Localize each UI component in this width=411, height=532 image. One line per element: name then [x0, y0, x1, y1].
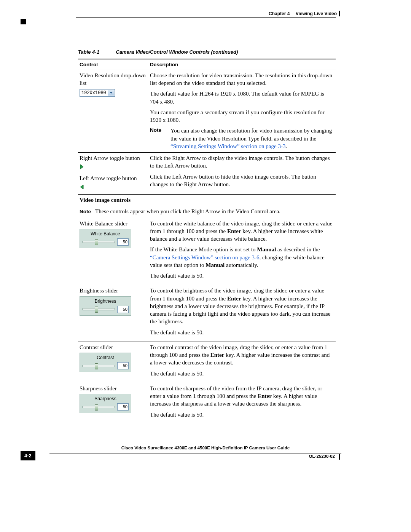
section-note-row: Note These controls appear when you clic… — [78, 206, 336, 218]
table-caption: Table 4-1 Camera Video/Control Window Co… — [78, 49, 336, 56]
row-sharpness: Sharpness slider Sharpness 50 To control… — [78, 383, 336, 424]
brightness-slider[interactable]: Brightness 50 — [80, 296, 131, 316]
desc-para: Choose the resolution for video transmis… — [150, 72, 333, 87]
desc-para: To control the sharpness of the video fr… — [150, 385, 333, 408]
resolution-dropdown[interactable]: 1920x1080 — [80, 89, 115, 97]
document-id: OL-25230-02 — [309, 454, 335, 460]
running-header: Chapter 4 Viewing Live Video — [269, 11, 337, 17]
desc-para: The default value is 50. — [150, 329, 333, 336]
section-header: Video image controls — [78, 195, 336, 206]
desc-para: The default value is 50. — [150, 370, 333, 377]
col-header-control: Control — [78, 59, 148, 70]
row-brightness: Brightness slider Brightness 50 To contr… — [78, 285, 336, 342]
control-name: Sharpness slider — [80, 385, 146, 392]
right-arrow-icon[interactable] — [80, 164, 84, 172]
slider-value[interactable]: 50 — [117, 362, 129, 369]
svg-marker-1 — [80, 185, 83, 189]
slider-track[interactable] — [82, 365, 115, 367]
controls-table: Control Description Video Resolution dro… — [78, 59, 336, 424]
desc-para: To control the brightness of the video i… — [150, 287, 333, 325]
desc-para: You cannot configure a secondary stream … — [150, 109, 333, 124]
footer-marker — [339, 454, 340, 460]
control-name: Video Resolution drop-down list — [80, 72, 146, 87]
desc-para: To control the white balance of the vide… — [150, 220, 333, 243]
streaming-settings-link[interactable]: “Streaming Settings Window” section on p… — [170, 143, 285, 149]
note-label: Note — [80, 209, 91, 214]
desc-para: If the White Balance Mode option is not … — [150, 246, 333, 269]
table-caption-text: Camera Video/Control Window Controls (co… — [116, 49, 238, 55]
sharpness-slider[interactable]: Sharpness 50 — [80, 394, 131, 413]
slider-track[interactable] — [82, 241, 115, 243]
dropdown-value: 1920x1080 — [81, 90, 106, 96]
chapter-label: Chapter 4 — [269, 11, 290, 16]
note-label: Note — [150, 127, 164, 150]
control-name: Contrast slider — [80, 343, 146, 351]
table-number: Table 4-1 — [78, 49, 99, 55]
slider-thumb[interactable] — [95, 363, 98, 369]
desc-para: The default value is 50. — [150, 411, 333, 419]
header-marker — [339, 11, 340, 16]
slider-thumb[interactable] — [95, 239, 98, 245]
page-number: 4-2 — [21, 451, 35, 460]
white-balance-slider[interactable]: White Balance 50 — [80, 229, 131, 248]
corner-marker — [21, 19, 26, 24]
header-rule — [76, 17, 336, 18]
row-white-balance: White Balance slider White Balance 50 To… — [78, 218, 336, 285]
slider-track[interactable] — [82, 308, 115, 310]
svg-marker-0 — [80, 165, 83, 169]
control-name: Brightness slider — [80, 287, 146, 294]
col-header-description: Description — [148, 59, 336, 70]
slider-label: Sharpness — [82, 396, 129, 402]
slider-track[interactable] — [82, 406, 115, 408]
slider-thumb[interactable] — [95, 404, 98, 411]
note: Note You can also change the resolution … — [150, 127, 333, 150]
slider-value[interactable]: 50 — [117, 403, 129, 411]
control-name: White Balance slider — [80, 220, 146, 227]
footer-rule — [49, 454, 341, 454]
section-title: Video image controls — [78, 195, 336, 206]
note-text: These controls appear when you click the… — [95, 208, 280, 214]
chapter-title: Viewing Live Video — [296, 11, 337, 16]
camera-settings-link[interactable]: “Camera Settings Window” section on page… — [150, 254, 259, 260]
desc-para: Click the Left Arrow button to hide the … — [150, 173, 333, 189]
slider-value[interactable]: 50 — [117, 238, 129, 246]
row-video-resolution: Video Resolution drop-down list 1920x108… — [78, 70, 336, 152]
slider-label: Brightness — [82, 298, 129, 304]
left-arrow-icon[interactable] — [80, 184, 84, 192]
slider-thumb[interactable] — [95, 307, 98, 313]
control-name: Right Arrow toggle button — [80, 154, 146, 162]
row-arrow-toggles: Right Arrow toggle button Left Arrow tog… — [78, 153, 336, 195]
slider-label: White Balance — [82, 231, 129, 237]
slider-value[interactable]: 50 — [117, 306, 129, 313]
desc-para: The default value is 50. — [150, 272, 333, 280]
footer-guide-title: Cisco Video Surveillance 4300E and 4500E… — [0, 445, 411, 451]
desc-para: The default value for H.264 is 1920 x 10… — [150, 90, 333, 105]
note-text: You can also change the resolution for v… — [170, 127, 333, 150]
desc-para: To control contrast of the video image, … — [150, 343, 333, 367]
row-contrast: Contrast slider Contrast 50 To control c… — [78, 342, 336, 383]
slider-label: Contrast — [82, 355, 129, 361]
desc-para: Click the Right Arrow to display the vid… — [150, 154, 333, 170]
contrast-slider[interactable]: Contrast 50 — [80, 353, 131, 372]
control-name: Left Arrow toggle button — [80, 174, 146, 182]
chevron-down-icon[interactable] — [108, 90, 114, 96]
